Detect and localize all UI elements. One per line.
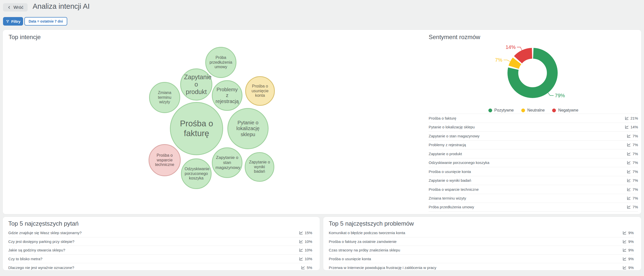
list-row[interactable]: Prośba o fakturę za ostatnie zamówienie9… bbox=[329, 237, 634, 246]
list-row[interactable]: Komunikat o błędzie podczas tworzenia ko… bbox=[329, 229, 634, 237]
list-row[interactable]: Czy to blisko metra?10% bbox=[8, 255, 312, 263]
row-trend-value: 9% bbox=[622, 231, 634, 235]
row-trend-value: 9% bbox=[622, 239, 634, 244]
date-filter-chip[interactable]: Data = ostatnie 7 dni bbox=[24, 17, 67, 26]
row-percentage: 7% bbox=[632, 187, 638, 192]
row-label: Prośba o fakturę bbox=[429, 116, 456, 120]
bubble-label: Zapytanie o wyniki badań bbox=[248, 160, 271, 174]
intent-bubble[interactable]: Zmiana terminu wizyty bbox=[149, 82, 180, 113]
top-problems-card: Top 5 najczęstszych problemów Komunikat … bbox=[323, 217, 641, 270]
chevron-left-icon bbox=[7, 6, 11, 9]
list-row[interactable]: Jakie są godziny otwarcia sklepu?10% bbox=[8, 246, 312, 255]
row-percentage: 7% bbox=[632, 178, 638, 182]
page-title: Analiza intencji AI bbox=[33, 2, 90, 11]
row-percentage: 9% bbox=[628, 265, 634, 270]
legend-dot bbox=[552, 109, 556, 112]
chart-line-icon bbox=[627, 143, 631, 147]
row-trend-value: 7% bbox=[627, 187, 638, 192]
back-button[interactable]: Wróć bbox=[3, 3, 28, 12]
donut-percentage-label: 79% bbox=[555, 93, 565, 98]
legend-label: Neutralne bbox=[527, 108, 545, 113]
row-percentage: 7% bbox=[632, 152, 638, 156]
row-percentage: 9% bbox=[628, 239, 634, 244]
intent-bubble[interactable]: Zapytanie o produkt bbox=[180, 68, 212, 101]
chart-line-icon bbox=[301, 265, 305, 270]
intent-bubble[interactable]: Prośba o wsparcie techniczne bbox=[149, 144, 181, 176]
row-trend-value: 7% bbox=[627, 134, 638, 138]
donut-percentage-label: 7% bbox=[495, 57, 502, 63]
legend-label: Pozytywne bbox=[494, 108, 514, 113]
intent-analysis-page: { "header": { "back_label": "Wróć", "tit… bbox=[0, 0, 644, 276]
legend-dot bbox=[488, 109, 492, 112]
chart-line-icon bbox=[622, 231, 627, 235]
row-label: Problemy z rejestracją bbox=[429, 143, 466, 147]
row-trend-value: 10% bbox=[299, 239, 312, 244]
row-percentage: 10% bbox=[305, 248, 312, 252]
list-row[interactable]: Pytanie o lokalizację sklepu14% bbox=[429, 123, 638, 132]
list-row[interactable]: Czy jest dostępny parking przy sklepie?1… bbox=[8, 237, 312, 246]
list-row[interactable]: Problemy z rejestracją7% bbox=[429, 140, 638, 149]
row-percentage: 9% bbox=[628, 257, 634, 261]
intent-bubble[interactable]: Prośba o fakturę bbox=[170, 102, 223, 155]
intent-bubble[interactable]: Problemy z rejestracją bbox=[212, 80, 242, 111]
chart-line-icon bbox=[622, 257, 627, 261]
sentiment-legend: PozytywneNeutralneNegatywne bbox=[429, 108, 638, 113]
filters-button-label: Filtry bbox=[11, 19, 21, 24]
row-percentage: 9% bbox=[628, 248, 634, 252]
intent-bubble[interactable]: Zapytanie o wyniki badań bbox=[245, 152, 274, 182]
list-row[interactable]: Zmiana terminu wizyty7% bbox=[429, 194, 638, 203]
row-percentage: 7% bbox=[632, 160, 638, 165]
intent-bubble[interactable]: Odzyskiwanie porzuconego koszyka bbox=[181, 158, 212, 189]
legend-item-neutralne[interactable]: Neutralne bbox=[521, 108, 545, 113]
row-percentage: 7% bbox=[632, 196, 638, 200]
bubble-label: Prośba o usunięcie konta bbox=[249, 84, 271, 98]
row-label: Zapytanie o stan magazynowy bbox=[429, 134, 480, 138]
list-row[interactable]: Prośba o usunięcie konta9% bbox=[329, 255, 634, 263]
row-trend-value: 7% bbox=[627, 143, 638, 147]
list-row[interactable]: Gdzie znajduje się Wasz sklep stacjonarn… bbox=[8, 229, 312, 237]
intent-bubble[interactable]: Próba przedłużenia umowy bbox=[205, 47, 236, 78]
intent-bubble[interactable]: Pytanie o lokalizację sklepu bbox=[227, 108, 269, 149]
list-row[interactable]: Zapytanie o stan magazynowy7% bbox=[429, 131, 638, 140]
intent-bubble[interactable]: Prośba o usunięcie konta bbox=[245, 76, 275, 106]
row-trend-value: 5% bbox=[301, 265, 312, 270]
row-trend-value: 7% bbox=[627, 160, 638, 165]
row-label: Prośba o wsparcie techniczne bbox=[429, 187, 479, 192]
legend-item-pozytywne[interactable]: Pozytywne bbox=[488, 108, 514, 113]
list-row[interactable]: Prośba o wsparcie techniczne7% bbox=[429, 185, 638, 194]
row-label: Przerwa w Internecie powodująca frustrac… bbox=[329, 265, 436, 270]
list-row[interactable]: Zapytanie o produkt7% bbox=[429, 149, 638, 158]
list-row[interactable]: Czas stracony na próby znalezienia sklep… bbox=[329, 246, 634, 255]
row-label: Czas stracony na próby znalezienia sklep… bbox=[329, 248, 400, 252]
legend-dot bbox=[521, 109, 525, 112]
intent-bubble[interactable]: Zapytanie o stan magazynowy bbox=[212, 147, 242, 178]
row-label: Komunikat o błędzie podczas tworzenia ko… bbox=[329, 231, 405, 235]
list-row[interactable]: Przerwa w Internecie powodująca frustrac… bbox=[329, 263, 634, 272]
donut-svg: 79%7%14% bbox=[490, 40, 575, 106]
top-questions-card: Top 5 najczęstszych pytań Gdzie znajduje… bbox=[3, 217, 320, 270]
sentiment-title: Sentyment rozmów bbox=[429, 34, 480, 41]
row-label: Pytanie o lokalizację sklepu bbox=[429, 125, 475, 129]
list-row[interactable]: Zapytanie o wyniki badań7% bbox=[429, 176, 638, 185]
top-problems-list: Komunikat o błędzie podczas tworzenia ko… bbox=[329, 229, 634, 272]
list-row[interactable]: Próba przedłużenia umowy7% bbox=[429, 203, 638, 212]
row-trend-value: 7% bbox=[627, 169, 638, 174]
chart-line-icon bbox=[627, 169, 631, 174]
chart-line-icon bbox=[299, 231, 303, 235]
list-row[interactable]: Prośba o usunięcie konta7% bbox=[429, 167, 638, 176]
list-row[interactable]: Dlaczego nie jest wyraźnie oznaczone?5% bbox=[8, 263, 312, 272]
chart-line-icon bbox=[625, 125, 629, 129]
list-row[interactable]: Prośba o fakturę21% bbox=[429, 114, 638, 123]
donut-percentage-label: 14% bbox=[505, 44, 516, 50]
sentiment-intent-list: Prośba o fakturę21%Pytanie o lokalizację… bbox=[429, 114, 638, 212]
chart-line-icon bbox=[622, 265, 627, 270]
row-trend-value: 7% bbox=[627, 178, 638, 182]
legend-item-negatywne[interactable]: Negatywne bbox=[552, 108, 578, 113]
row-label: Czy to blisko metra? bbox=[8, 257, 42, 261]
date-filter-label: Data = ostatnie 7 dni bbox=[29, 19, 63, 23]
chart-line-icon bbox=[627, 205, 631, 209]
list-row[interactable]: Odzyskiwanie porzuconego koszyka7% bbox=[429, 158, 638, 167]
filters-button[interactable]: Filtry bbox=[3, 17, 23, 26]
row-trend-value: 10% bbox=[299, 257, 312, 261]
row-trend-value: 21% bbox=[625, 116, 638, 120]
